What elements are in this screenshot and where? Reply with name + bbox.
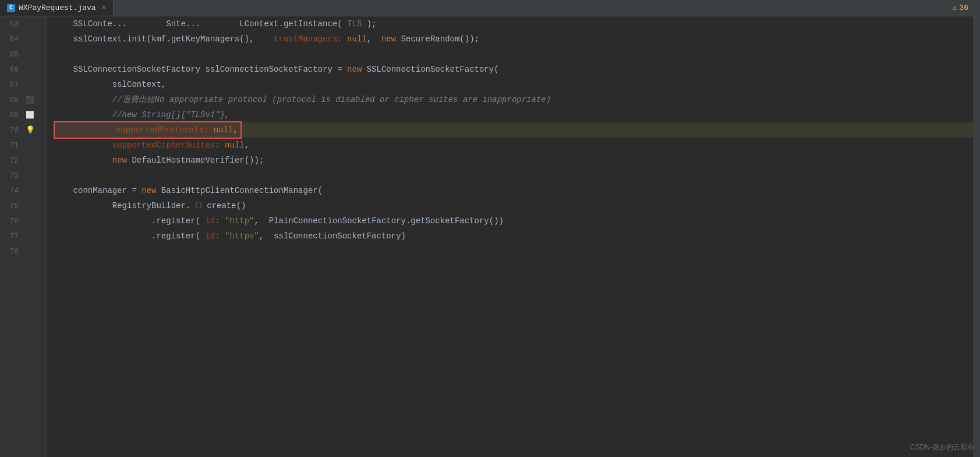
code-token: null: [225, 138, 245, 153]
code-token: id:: [205, 228, 220, 244]
gutter-row: 72: [0, 153, 46, 168]
code-token: [220, 213, 225, 228]
line-number: 70: [0, 126, 23, 135]
line-number: 69: [0, 111, 23, 119]
warning-icon: ⚠: [953, 3, 957, 12]
line-number: 64: [0, 35, 23, 44]
code-token: //退费出错No appropriate protocol (protocol …: [54, 92, 551, 107]
code-token: new: [112, 153, 127, 168]
gutter-row: 71: [0, 138, 46, 153]
code-token: 〈: [190, 198, 199, 213]
code-token: SSLConnectionSocketFactory(: [362, 62, 498, 77]
gutter-row: 73: [0, 168, 46, 183]
java-file-icon: C: [7, 4, 15, 12]
code-line: sslContext,: [54, 77, 973, 92]
code-token: sslContext,: [54, 77, 166, 92]
code-token: sslContext.init(kmf.getKeyManagers(),: [54, 31, 274, 47]
code-line: connManager = new BasicHttpClientConnect…: [54, 183, 973, 198]
gutter-row: 78: [0, 244, 46, 259]
line-number: 72: [0, 156, 23, 165]
fold-icon[interactable]: ⬛: [26, 96, 34, 104]
active-tab[interactable]: C WXPayRequest.java ×: [0, 0, 114, 16]
code-token: .register(: [54, 228, 205, 244]
gutter-row: 66: [0, 62, 46, 77]
gutter-row: 70💡: [0, 122, 46, 138]
code-token: new: [381, 31, 396, 47]
line-number: 77: [0, 232, 23, 241]
code-token: .register(: [54, 213, 205, 228]
code-line: SSLConnectionSocketFactory sslConnection…: [54, 62, 973, 77]
watermark: CSDN-漫步的云彩布: [910, 442, 974, 452]
code-line: //new String[]{"TLSv1"},: [54, 107, 973, 122]
code-line: [54, 168, 973, 183]
gutter-row: 67: [0, 77, 46, 92]
line-gutter: 636465666768⬛69⬜70💡7172737475767778: [0, 16, 47, 457]
lightbulb-icon[interactable]: 💡: [26, 125, 35, 135]
code-token: null: [347, 31, 367, 47]
code-content[interactable]: SSLConte... Snte... LContext.getInstance…: [47, 16, 973, 457]
warning-badge: ⚠ 36: [953, 3, 968, 12]
gutter-row: 74: [0, 183, 46, 198]
code-token: //new String[]{"TLSv1"},: [54, 107, 229, 122]
gutter-icons: ⬛: [23, 96, 44, 104]
gutter-icons: ⬜: [23, 111, 44, 119]
code-area: 636465666768⬛69⬜70💡7172737475767778 SSLC…: [0, 16, 980, 457]
code-line: sslContext.init(kmf.getKeyManagers(), tr…: [54, 31, 973, 47]
fold-end-icon[interactable]: ⬜: [26, 111, 34, 119]
code-line: RegistryBuilder.〈〉create(): [54, 198, 973, 213]
line-number: 71: [0, 141, 23, 150]
gutter-row: 64: [0, 31, 46, 47]
code-line: SSLConte... Snte... LContext.getInstance…: [54, 16, 973, 31]
editor: C WXPayRequest.java × ⚠ 36 636465666768⬛…: [0, 0, 980, 457]
code-token: ,: [367, 31, 381, 47]
gutter-icons: 💡: [23, 125, 44, 135]
code-token: 〉: [199, 198, 207, 213]
code-line: [54, 47, 973, 62]
code-token: [54, 244, 151, 259]
code-token: SSLConte...: [54, 16, 127, 31]
gutter-row: 65: [0, 47, 46, 62]
highlighted-code-box: supportedProtocols: null,: [54, 121, 242, 139]
code-token: [342, 31, 347, 47]
code-token: [127, 16, 166, 31]
line-number: 68: [0, 96, 23, 104]
tab-bar: C WXPayRequest.java × ⚠ 36: [0, 0, 980, 16]
code-token: new: [347, 62, 362, 77]
gutter-row: 76: [0, 213, 46, 228]
code-token: LContext.getInstance(: [239, 16, 347, 31]
code-token: Snte...: [166, 16, 200, 31]
line-number: 65: [0, 50, 23, 59]
code-token: new: [141, 183, 156, 198]
line-number: 75: [0, 202, 23, 210]
line-number: 73: [0, 171, 23, 180]
code-token: supportedCipherSuites:: [112, 138, 220, 153]
code-token: create(): [207, 198, 246, 213]
code-line: supportedProtocols: null,: [54, 122, 973, 138]
gutter-row: 77: [0, 228, 46, 244]
code-line: [54, 244, 973, 259]
code-line: .register( id: "https", sslConnectionSoc…: [54, 228, 973, 244]
code-token: TLS: [347, 16, 362, 31]
scrollbar[interactable]: [973, 16, 980, 457]
line-number: 76: [0, 217, 23, 226]
code-token: SecureRandom());: [396, 31, 479, 47]
code-token: RegistryBuilder.: [54, 198, 190, 213]
code-line: new DefaultHostnameVerifier());: [54, 153, 973, 168]
line-number: 67: [0, 80, 23, 89]
code-token: trustManagers:: [274, 31, 342, 47]
tab-filename: WXPayRequest.java: [19, 3, 96, 12]
code-token: [54, 138, 112, 153]
code-token: BasicHttpClientConnectionManager(: [156, 183, 323, 198]
code-line: supportedCipherSuites: null,: [54, 138, 973, 153]
code-line: .register( id: "http", PlainConnectionSo…: [54, 213, 973, 228]
line-number: 78: [0, 247, 23, 256]
code-token: [200, 16, 239, 31]
code-token: [54, 153, 112, 168]
gutter-row: 75: [0, 198, 46, 213]
code-token: "https": [225, 228, 259, 244]
tab-close-button[interactable]: ×: [102, 4, 106, 12]
code-token: connManager =: [54, 183, 141, 198]
code-token: ,: [245, 138, 249, 153]
code-token: SSLConnectionSocketFactory sslConnection…: [54, 62, 347, 77]
code-token: DefaultHostnameVerifier());: [127, 153, 264, 168]
